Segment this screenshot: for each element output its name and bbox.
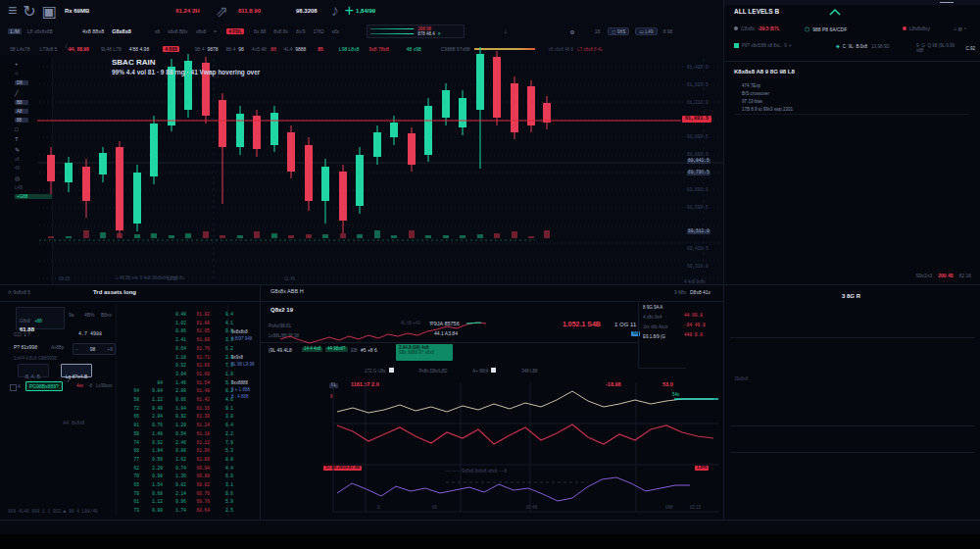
orderbook-cell: 6.4 [214,424,233,428]
main-chart-panel[interactable] [0,57,723,285]
spark-mid-2: 44.1 A3.84 [434,331,458,336]
topbar-item: .88 [270,46,276,52]
orderbook-cell: 0.66 [167,398,186,403]
sidebar-cell-label[interactable]: P8? x8x5/88 x8 8xL · 9 [742,43,787,48]
watchlist-item[interactable]: 474 7Exp [742,83,760,88]
osc-chip[interactable]: 9L [329,383,338,388]
quote-box[interactable]: G8x8 +88 61.88 [16,307,65,329]
sidebar-scroll-strip[interactable] [724,0,980,5]
order-tab-2[interactable]: 4B% [84,313,95,318]
indicator-toggle[interactable]: A+ 88(4 [472,368,496,374]
sidebar-cell-label[interactable]: 988 P8 6A/CDF [812,26,847,32]
position-info-value: 8 , 4 888 [231,395,249,400]
stepper-minus[interactable]: − [75,346,78,352]
tool-icon[interactable]: □ [15,126,52,132]
topbar-item: 9888 [295,46,306,52]
topbar-item: 98.4 [195,46,205,52]
tool-icon[interactable]: ○ [15,71,52,76]
sidebar-tool-icons[interactable]: ⌂ ◎ ◔ [954,25,966,31]
topbar-item: 1782 [313,28,323,34]
orderbook-cell: 4.4 [214,467,233,472]
sidebar-cell-label: 9· G· Q.98 (9L.9.99 x88 [916,43,961,53]
orderbook-cell: 79 [120,492,139,497]
checkbox-icon[interactable] [491,368,496,373]
tool-chip[interactable]: D8 [15,80,28,85]
price-stepper[interactable]: − 98 +8 [73,343,116,355]
orderbook-cell: 0.86 [167,329,186,334]
price-tick: 60,310.0 [687,265,709,270]
qty-value[interactable]: 4.7 4988 [78,332,102,337]
orderbook-cell: 2.08 [167,389,186,394]
sidebar-cell-label[interactable]: L8x8x8xy [909,25,930,31]
order-panel-title: Trd assets long [93,289,136,295]
mid-table-value: -84 49.8 [684,323,723,327]
order-refresh[interactable]: ⟳ 9x8x8 5 [8,290,30,295]
order-tab-3[interactable]: B8xx [101,313,112,318]
topbar-item: L7 x8x8 8 4L [577,47,603,52]
orderbook-cell: 0.74 [167,467,186,472]
caret-down-icon[interactable]: ▾ [789,43,791,48]
indicator-toggle[interactable]: Px8x D8x/L8D [419,369,448,374]
checkbox-icon[interactable] [389,368,394,373]
chevron-up-icon[interactable] [828,8,842,16]
orderbook-cell: 0.88 [143,509,163,514]
buy-minus: -8 [88,384,92,389]
topbar-item[interactable]: 4 FDL [226,28,244,34]
orderbook-cell: 0.68 [143,492,163,497]
badge-pill-1[interactable]: 14 4 4x8 [302,347,322,352]
theme-moon-icon[interactable]: ☾ [65,43,70,49]
mid-mini-table-values: 44 89.8-84 49.8448 9.8 [684,313,723,342]
orderbook-cell: 61 [120,500,139,505]
add-order-plus[interactable]: + [67,378,70,383]
axis-note: 4 4x8 9x8x [684,280,706,285]
topbar-item[interactable]: ↻ [23,2,35,21]
green-quote-box[interactable]: 2.94.8 (98) 4x8 9Bx 9888 87 x8x8 [396,344,453,361]
topbar-item: 88.4 [226,46,236,52]
order-checkbox[interactable] [10,384,17,391]
sidebar-cell-value: -39.5 B?L [758,25,780,31]
topbar-item[interactable]: ≡ [8,2,17,20]
watchlist-item[interactable]: 9T 19 bias [742,99,762,104]
order-price-button[interactable]: Lg 8?x4.B [61,364,92,377]
tool-chip[interactable]: B8 [15,100,28,105]
tool-chip-green[interactable]: +G88 [15,194,52,199]
tool-chip[interactable]: 88 [15,118,28,123]
mid-header-right2[interactable]: D8x8 41x [690,290,710,295]
watchlist-item[interactable]: B/S crossover [742,91,769,96]
orderbook-cell: 2.2 [214,432,233,437]
topbar-item[interactable]: ⚙ [569,28,574,35]
topbar-item: 98.3208 [296,8,318,14]
orderbook-cell: 0.76 [143,424,163,428]
topbar-item[interactable]: 4 888 [163,46,179,52]
tool-icon[interactable]: ◎ [15,175,52,181]
orderbook-cell: 66 [120,415,139,420]
orderbook-cell: 0.54 [167,432,186,437]
indicator-toggle[interactable]: 172 G U8x [365,368,394,374]
order-pagination[interactable]: 888 4L48 888 1 1 882 ■ 98 4 L88/48 [8,510,98,515]
topbar-item[interactable]: ▣ [42,2,57,21]
tool-chip[interactable]: A8 [15,109,28,114]
topbar-item[interactable]: ◻ 98$ [608,27,629,35]
badge-pill-2[interactable]: 44 98x8? [325,347,348,352]
orderbook-cell: 1.84 [143,449,163,454]
topbar-item: 61.24 2H [175,8,199,14]
tool-icon[interactable]: T [15,136,52,142]
topbar-item[interactable]: ▭ L49 [635,27,657,35]
orderbook-cell: 60.82 [190,483,210,488]
tool-icon[interactable]: ╱ [15,89,52,96]
tool-icon[interactable]: + [15,61,52,67]
sidebar-cell-label[interactable]: C8x8x [741,25,755,31]
order-type-button[interactable]: B, A, B, [18,364,49,377]
time-tick: 11:45 [284,277,295,282]
orderbook-cell: 6.9 [214,474,233,479]
buy-button[interactable]: PG98Bx889? [25,381,63,391]
order-tab-1[interactable]: 9a [69,313,74,318]
topbar-item[interactable]: 1./M [8,28,22,34]
indicator-toggle[interactable]: 348 L88 [521,369,537,374]
price-tick: 61,420.0 [687,66,709,71]
stepper-plus[interactable]: +8 [107,346,113,352]
topbar-item[interactable]: ↓ [504,28,507,34]
osc-teal-tag: 54x [672,393,679,398]
tool-icon[interactable]: ✎ [15,146,52,153]
watchlist-item[interactable]: 17B 8.9 to 99x3 swp 2301 [742,107,793,112]
